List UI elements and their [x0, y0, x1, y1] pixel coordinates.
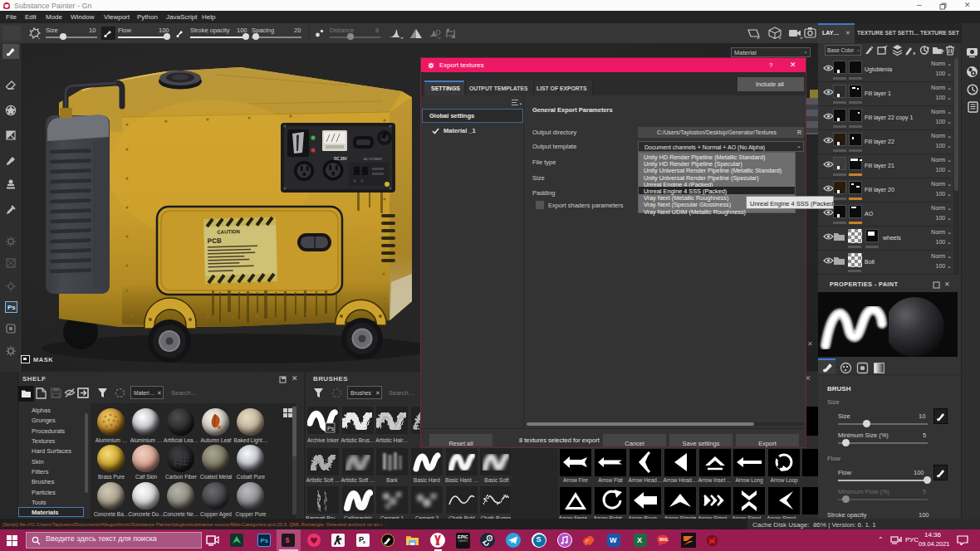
- svg-text:AC POWER: AC POWER: [364, 157, 382, 161]
- svg-text:MAIL: MAIL: [659, 538, 669, 542]
- svg-text:PCB: PCB: [208, 237, 222, 245]
- svg-text:Ps: Ps: [327, 426, 335, 432]
- svg-text:CAUTION: CAUTION: [217, 229, 239, 235]
